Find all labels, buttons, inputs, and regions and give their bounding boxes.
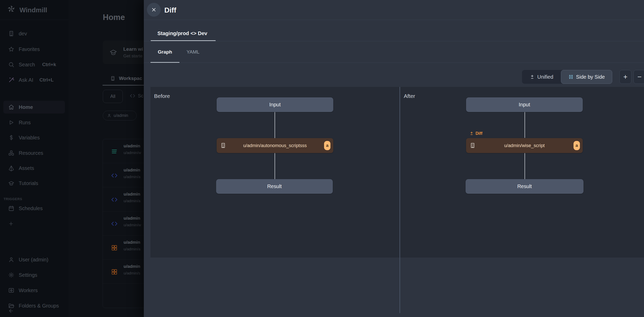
- input-node[interactable]: Input: [466, 97, 583, 112]
- tab-workspace[interactable]: Workspac: [110, 76, 142, 81]
- sidebar-item-home[interactable]: Home: [3, 101, 65, 114]
- active-tab-underline: [150, 62, 179, 63]
- app-grid-icon: [111, 244, 118, 251]
- graduation-cap-icon: [109, 48, 117, 56]
- sidebar-item-favorites[interactable]: Favorites: [3, 43, 65, 56]
- item-title: u/admin: [124, 264, 140, 269]
- unified-view-button[interactable]: Unified: [522, 70, 561, 84]
- language-badge: a: [324, 141, 330, 150]
- before-label: Before: [154, 93, 170, 99]
- worker-gear-icon: [8, 287, 14, 293]
- sidebar-item-label: Schedules: [19, 206, 43, 211]
- pyramid-icon: [8, 165, 14, 171]
- sidebar-item-search[interactable]: Search Ctrl+k: [3, 58, 65, 71]
- learn-card-subtitle: Get starte: [123, 54, 143, 59]
- search-icon: [8, 62, 14, 68]
- item-title: u/admin: [124, 168, 140, 173]
- after-pane: After Input Diff u/admin/wise_script a R…: [400, 87, 644, 258]
- tab-graph[interactable]: Graph: [150, 41, 179, 63]
- drawer-title: Diff: [164, 6, 176, 14]
- owner-chip-label: u/admin: [114, 113, 128, 118]
- drawer-header: Diff: [144, 0, 644, 20]
- diff-icon: [530, 74, 535, 79]
- collapse-sidebar-button[interactable]: [3, 306, 65, 316]
- windmill-logo-icon[interactable]: [7, 4, 16, 14]
- add-trigger-button[interactable]: [3, 217, 65, 230]
- sidebar-logo-row: Windmill: [0, 0, 69, 20]
- sidebar: Windmill dev Favorites Search Ctrl+k: [0, 0, 69, 317]
- input-node[interactable]: Input: [217, 97, 333, 112]
- dollar-icon: [8, 135, 14, 141]
- item-title: u/admin: [124, 144, 140, 149]
- code-icon: [111, 220, 118, 227]
- arrow-left-icon: [8, 308, 14, 314]
- zoom-out-button[interactable]: −: [633, 70, 644, 84]
- sidebar-item-tutorials[interactable]: Tutorials: [3, 177, 65, 190]
- ask-ai-shortcut: Ctrl+L: [39, 77, 54, 83]
- script-path: u/admin/wise_script: [504, 143, 545, 148]
- scripts-filter-label: Sc: [138, 93, 143, 99]
- triggers-section-label: TRIGGERS: [4, 197, 22, 201]
- zoom-in-button[interactable]: +: [619, 70, 631, 84]
- active-tab-underline: [151, 40, 216, 41]
- plus-icon: [8, 221, 14, 227]
- close-drawer-button[interactable]: [147, 3, 161, 17]
- view-mode-tabs: Graph YAML: [144, 41, 644, 63]
- graph-edge: [525, 112, 525, 138]
- calendar-icon: [8, 205, 14, 211]
- home-icon: [8, 104, 14, 110]
- sidebar-item-label: User (admin): [19, 257, 48, 263]
- close-icon: [151, 7, 157, 13]
- sidebar-item-runs[interactable]: Runs: [3, 116, 65, 129]
- sidebar-item-schedules[interactable]: Schedules: [3, 202, 65, 215]
- star-icon: [8, 46, 14, 52]
- result-node[interactable]: Result: [216, 179, 333, 194]
- sidebar-item-label: Runs: [19, 120, 31, 126]
- item-path: u/admin/a: [124, 199, 140, 203]
- sidebar-item-assets[interactable]: Assets: [3, 162, 65, 175]
- filter-all-button[interactable]: All: [103, 90, 123, 103]
- sidebar-item-settings[interactable]: Settings: [3, 269, 65, 281]
- gear-icon: [8, 272, 14, 278]
- owner-filter-chip[interactable]: u/admin: [103, 111, 137, 120]
- sidebar-item-user[interactable]: User (admin): [3, 253, 65, 266]
- item-path: u/admin/a: [124, 247, 140, 251]
- tab-staging-prod-dev[interactable]: Staging/prod <> Dev: [151, 20, 214, 41]
- item-title: u/admin: [124, 240, 140, 245]
- sidebar-item-workers[interactable]: Workers: [3, 284, 65, 297]
- script-node-before[interactable]: u/admin/autonomous_scriptsss a: [217, 138, 333, 153]
- sidebar-item-variables[interactable]: Variables: [3, 131, 65, 144]
- building-icon: [8, 30, 14, 37]
- script-node-after[interactable]: u/admin/wise_script a: [466, 138, 583, 153]
- wand-sparkles-icon: [8, 77, 14, 83]
- sidebar-item-resources[interactable]: Resources: [3, 147, 65, 159]
- side-by-side-label: Side by Side: [576, 74, 605, 80]
- user-icon: [8, 257, 14, 263]
- sidebar-item-workspace-dev[interactable]: dev: [3, 27, 65, 40]
- item-title: u/admin: [124, 216, 140, 221]
- script-path: u/admin/autonomous_scriptsss: [243, 143, 307, 148]
- sidebar-item-label: Resources: [19, 150, 43, 156]
- diff-target-tabs: Staging/prod <> Dev: [144, 20, 644, 41]
- sidebar-item-label: dev: [19, 31, 27, 37]
- user-icon: [107, 114, 111, 118]
- item-path: u/admin/a: [124, 175, 140, 179]
- filter-scripts-button[interactable]: Sc: [130, 93, 143, 99]
- diff-badge-button[interactable]: Diff: [467, 129, 485, 138]
- sidebar-item-label: Home: [19, 104, 33, 110]
- graph-edge: [525, 153, 525, 179]
- graduation-cap-icon: [8, 180, 14, 186]
- workspace-tab-label: Workspac: [119, 76, 142, 81]
- building-icon: [110, 76, 115, 81]
- diff-tab-label: Staging/prod <> Dev: [157, 30, 207, 41]
- code-icon: [130, 93, 135, 99]
- side-by-side-view-button[interactable]: Side by Side: [561, 70, 612, 84]
- sidebar-item-label: Settings: [19, 272, 37, 278]
- play-icon: [8, 119, 14, 126]
- result-node[interactable]: Result: [466, 179, 583, 194]
- tab-yaml[interactable]: YAML: [179, 41, 207, 63]
- code-icon: [111, 196, 118, 203]
- code-icon: [111, 172, 118, 179]
- sidebar-item-ask-ai[interactable]: Ask AI Ctrl+L: [3, 74, 65, 86]
- boxes-icon: [8, 150, 14, 156]
